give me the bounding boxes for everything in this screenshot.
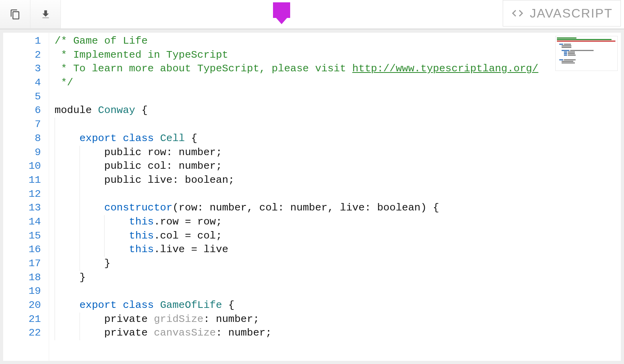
code-text: export class GameOfLife { bbox=[55, 299, 234, 311]
code-line[interactable]: this.live = live bbox=[55, 243, 621, 257]
indent-guide bbox=[55, 146, 55, 160]
line-number: 15 bbox=[3, 229, 41, 243]
line-number: 10 bbox=[3, 159, 41, 173]
line-number: 18 bbox=[3, 271, 41, 285]
code-line[interactable]: public row: number; bbox=[55, 146, 621, 160]
line-number: 6 bbox=[3, 104, 41, 118]
indent-guide bbox=[55, 284, 55, 299]
code-editor[interactable]: 12345678910111213141516171819202122 /* G… bbox=[3, 33, 621, 361]
line-number-gutter: 12345678910111213141516171819202122 bbox=[3, 33, 49, 361]
indent-guide bbox=[55, 299, 55, 313]
indent-guide bbox=[104, 229, 105, 243]
code-line[interactable]: */ bbox=[55, 76, 621, 90]
code-line[interactable]: } bbox=[55, 271, 621, 285]
indent-guide bbox=[55, 243, 55, 257]
indent-guide bbox=[55, 257, 55, 271]
indent-guide bbox=[80, 187, 80, 201]
line-number: 2 bbox=[3, 48, 41, 62]
minimap[interactable] bbox=[555, 36, 618, 71]
code-text: private gridSize: number; bbox=[55, 313, 259, 325]
code-text: * To learn more about TypeScript, please… bbox=[55, 63, 538, 74]
code-line[interactable]: private gridSize: number; bbox=[55, 313, 621, 327]
code-line[interactable]: private canvasSize: number; bbox=[55, 326, 621, 340]
language-badge[interactable]: JAVASCRIPT bbox=[503, 0, 621, 27]
indent-guide bbox=[55, 187, 55, 201]
indent-guide bbox=[80, 146, 80, 160]
line-number: 17 bbox=[3, 257, 41, 271]
indent-guide bbox=[55, 201, 55, 215]
indent-guide bbox=[80, 229, 80, 243]
code-line[interactable]: constructor(row: number, col: number, li… bbox=[55, 201, 621, 215]
indent-guide bbox=[55, 118, 55, 132]
line-number: 8 bbox=[3, 132, 41, 146]
indent-guide bbox=[80, 215, 80, 229]
code-text: */ bbox=[55, 77, 73, 88]
indent-guide bbox=[80, 243, 80, 257]
line-number: 19 bbox=[3, 284, 41, 299]
code-text: } bbox=[55, 272, 86, 283]
code-line[interactable]: * To learn more about TypeScript, please… bbox=[55, 62, 621, 76]
code-line[interactable] bbox=[55, 187, 621, 201]
line-number: 4 bbox=[3, 76, 41, 90]
line-number: 9 bbox=[3, 146, 41, 160]
line-number: 20 bbox=[3, 299, 41, 313]
toolbar-left bbox=[0, 0, 61, 28]
editor-container: 12345678910111213141516171819202122 /* G… bbox=[0, 30, 624, 364]
toolbar: JAVASCRIPT bbox=[0, 0, 624, 30]
code-text bbox=[55, 285, 80, 297]
line-number: 22 bbox=[3, 326, 41, 340]
line-number: 11 bbox=[3, 173, 41, 187]
line-number: 12 bbox=[3, 187, 41, 201]
indent-guide bbox=[104, 243, 105, 257]
line-number: 14 bbox=[3, 215, 41, 229]
indent-guide bbox=[80, 313, 80, 327]
code-line[interactable] bbox=[55, 284, 621, 299]
code-text: export class Cell { bbox=[55, 133, 197, 144]
line-number: 1 bbox=[3, 34, 41, 48]
indent-guide bbox=[104, 215, 105, 229]
code-line[interactable]: export class GameOfLife { bbox=[55, 299, 621, 313]
line-number: 5 bbox=[3, 90, 41, 104]
code-line[interactable]: this.row = row; bbox=[55, 215, 621, 229]
code-line[interactable]: module Conway { bbox=[55, 104, 621, 118]
code-line[interactable]: public live: boolean; bbox=[55, 173, 621, 187]
indent-guide bbox=[80, 201, 80, 215]
line-number: 16 bbox=[3, 243, 41, 257]
code-line[interactable]: } bbox=[55, 257, 621, 271]
download-icon bbox=[40, 9, 51, 20]
indent-guide bbox=[80, 257, 80, 271]
code-line[interactable]: public col: number; bbox=[55, 159, 621, 173]
indent-guide bbox=[55, 132, 55, 146]
indent-guide bbox=[55, 229, 55, 243]
copy-button[interactable] bbox=[0, 0, 30, 28]
code-text: this.live = live bbox=[55, 244, 228, 255]
code-line[interactable]: this.col = col; bbox=[55, 229, 621, 243]
indent-guide bbox=[55, 271, 55, 285]
code-line[interactable] bbox=[55, 90, 621, 104]
code-text: public live: boolean; bbox=[55, 174, 234, 186]
indent-guide bbox=[80, 326, 80, 340]
line-number: 21 bbox=[3, 313, 41, 327]
line-number: 7 bbox=[3, 118, 41, 132]
code-line[interactable]: /* Game of Life bbox=[55, 34, 621, 48]
code-text: /* Game of Life bbox=[55, 35, 148, 47]
position-marker[interactable] bbox=[273, 2, 290, 18]
indent-guide bbox=[55, 326, 55, 340]
code-line[interactable]: * Implemented in TypeScript bbox=[55, 48, 621, 62]
indent-guide bbox=[55, 173, 55, 187]
code-text bbox=[55, 118, 80, 130]
code-area[interactable]: /* Game of Life * Implemented in TypeScr… bbox=[49, 33, 621, 361]
indent-guide bbox=[55, 215, 55, 229]
code-icon bbox=[511, 7, 524, 20]
line-number: 3 bbox=[3, 62, 41, 76]
marker-icon bbox=[273, 2, 290, 18]
copy-icon bbox=[10, 9, 21, 20]
download-button[interactable] bbox=[30, 0, 61, 28]
code-line[interactable]: export class Cell { bbox=[55, 132, 621, 146]
indent-guide bbox=[80, 159, 80, 173]
code-text: constructor(row: number, col: number, li… bbox=[55, 202, 439, 214]
code-line[interactable] bbox=[55, 118, 621, 132]
indent-guide bbox=[55, 159, 55, 173]
code-text: private canvasSize: number; bbox=[55, 327, 272, 339]
code-text: * Implemented in TypeScript bbox=[55, 49, 228, 61]
